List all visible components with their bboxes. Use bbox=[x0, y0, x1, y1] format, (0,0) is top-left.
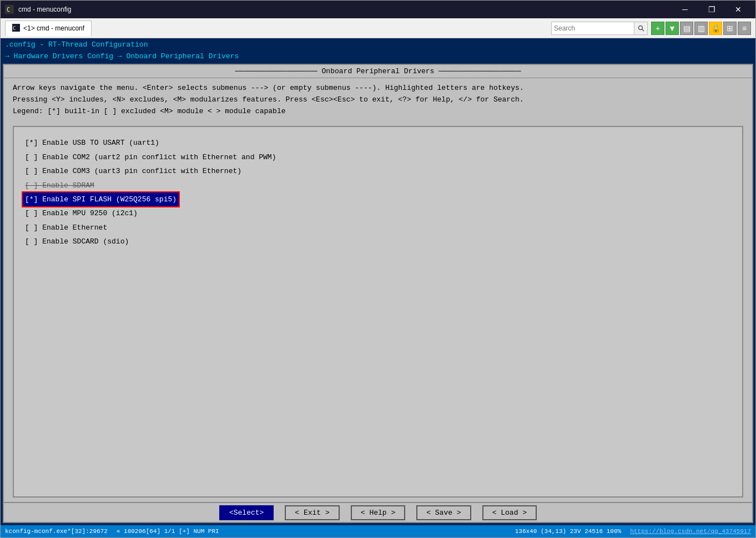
svg-text:C: C bbox=[7, 7, 10, 13]
help-line1: Arrow keys navigate the menu. <Enter> se… bbox=[13, 83, 743, 94]
menu-item-sdram[interactable]: [ ] Enable SDRAM bbox=[23, 179, 733, 192]
search-container bbox=[551, 22, 648, 35]
menu-item-uart1[interactable]: [*] Enable USB TO USART (uart1) bbox=[23, 136, 733, 150]
view2-button[interactable]: ▥ bbox=[694, 22, 708, 35]
help-line2: Pressing <Y> includes, <N> excludes, <M>… bbox=[13, 94, 743, 106]
dropdown-button[interactable]: ▼ bbox=[666, 22, 679, 35]
load-button[interactable]: < Load > bbox=[482, 505, 537, 520]
toolbar: C <1> cmd - menuconf + ▼ ▤ ▥ 🔒 ⊞ ≡ bbox=[1, 18, 755, 38]
select-button[interactable]: <Select> bbox=[219, 505, 274, 520]
help-text: Arrow keys navigate the menu. <Enter> se… bbox=[4, 78, 752, 121]
close-button[interactable]: ✕ bbox=[725, 1, 751, 18]
cmd-wrapper: .config - RT-Thread Configuration → Hard… bbox=[1, 38, 755, 525]
title-bar: C cmd - menuconfig ─ ❐ ✕ bbox=[1, 1, 755, 18]
menu-item-spiflash[interactable]: [*] Enable SPI FLASH (W25Q256 spi5) bbox=[23, 192, 179, 206]
view-button[interactable]: ▤ bbox=[680, 22, 693, 35]
status-link[interactable]: https://blog.csdn.net/qq_43745917 bbox=[630, 528, 751, 535]
tab-icon: C bbox=[12, 24, 20, 33]
settings-button[interactable]: ⊞ bbox=[723, 22, 737, 35]
menuconfig-area: ─────────────────── Onboard Peripheral D… bbox=[3, 64, 753, 523]
status-process: kconfig-mconf.exe*[32]:29672 bbox=[5, 528, 108, 535]
toolbar-actions: + ▼ ▤ ▥ 🔒 ⊞ ≡ bbox=[651, 22, 751, 35]
menu-item-mpu9250[interactable]: [ ] Enable MPU 9250 (i2c1) bbox=[23, 206, 733, 220]
restore-button[interactable]: ❐ bbox=[699, 1, 724, 18]
svg-point-4 bbox=[638, 26, 642, 29]
app-icon: C bbox=[5, 5, 14, 14]
menu-item-uart2[interactable]: [ ] Enable COM2 (uart2 pin conflict with… bbox=[23, 150, 733, 164]
panel-title: ─────────────────── Onboard Peripheral D… bbox=[4, 65, 752, 78]
lock-button[interactable]: 🔒 bbox=[709, 22, 722, 35]
menu-item-sdcard[interactable]: [ ] Enable SDCARD (sdio) bbox=[23, 235, 733, 248]
status-dimensions: 136x40 (34,13) 23V 24516 100% bbox=[515, 528, 621, 535]
svg-line-5 bbox=[642, 29, 644, 31]
search-button[interactable] bbox=[634, 22, 648, 35]
main-window: C cmd - menuconfig ─ ❐ ✕ C <1> cmd - men… bbox=[0, 0, 756, 538]
help-button[interactable]: < Help > bbox=[351, 505, 405, 520]
menu-item-eth[interactable]: [ ] Enable Ethernet bbox=[23, 221, 733, 235]
bottom-bar: <Select> < Exit > < Help > < Save > < Lo… bbox=[4, 502, 752, 522]
svg-text:C: C bbox=[13, 26, 16, 31]
save-button[interactable]: < Save > bbox=[416, 505, 471, 520]
window-title: cmd - menuconfig bbox=[18, 6, 71, 13]
menu-button[interactable]: ≡ bbox=[738, 22, 751, 35]
minimize-button[interactable]: ─ bbox=[672, 1, 698, 18]
exit-button[interactable]: < Exit > bbox=[285, 505, 339, 520]
status-right: 136x40 (34,13) 23V 24516 100% https://bl… bbox=[515, 528, 751, 535]
window-controls: ─ ❐ ✕ bbox=[672, 1, 751, 18]
breadcrumb-line: → Hardware Drivers Config → Onboard Peri… bbox=[1, 51, 755, 62]
add-button[interactable]: + bbox=[651, 22, 664, 35]
menu-box: [*] Enable USB TO USART (uart1) [ ] Enab… bbox=[13, 126, 743, 498]
tab-label: <1> cmd - menuconf bbox=[23, 24, 84, 32]
cmd-header: .config - RT-Thread Configuration bbox=[1, 38, 755, 51]
status-bar: kconfig-mconf.exe*[32]:29672 « 180206[64… bbox=[1, 525, 755, 537]
menu-item-uart3[interactable]: [ ] Enable COM3 (uart3 pin conflict with… bbox=[23, 164, 733, 178]
search-input[interactable] bbox=[551, 22, 634, 35]
config-path: .config - RT-Thread Configuration bbox=[5, 40, 751, 49]
help-line3: Legend: [*] built-in [ ] excluded <M> mo… bbox=[13, 106, 743, 118]
search-icon bbox=[638, 25, 644, 32]
status-center: « 180206[64] 1/1 [+] NUM PRI bbox=[117, 528, 219, 535]
tab-cmd[interactable]: C <1> cmd - menuconf bbox=[5, 21, 92, 36]
